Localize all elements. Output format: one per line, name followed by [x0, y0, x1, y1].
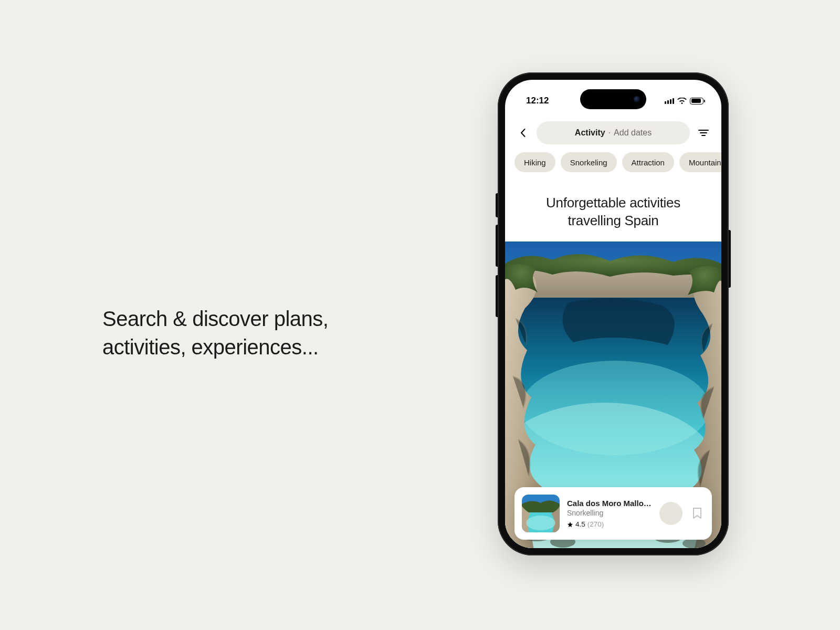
chevron-left-icon	[520, 129, 526, 137]
marketing-copy: Search & discover plans, activities, exp…	[102, 304, 328, 361]
rating-value: 4.5	[575, 520, 585, 528]
cellular-signal-icon	[665, 98, 674, 104]
wifi-icon	[677, 98, 687, 104]
chip-hiking[interactable]: Hiking	[514, 152, 555, 172]
filter-button[interactable]	[695, 124, 712, 141]
save-button[interactable]	[690, 506, 705, 521]
top-bar: Activity · Add dates	[505, 118, 721, 148]
card-rating: 4.5 (270)	[567, 520, 652, 528]
chip-snorkeling[interactable]: Snorkeling	[561, 152, 617, 172]
bookmark-icon	[692, 508, 702, 519]
camera-dot	[634, 96, 640, 102]
back-button[interactable]	[514, 124, 531, 141]
section-heading: Unforgettable activities travelling Spai…	[505, 194, 721, 230]
card-body: Cala dos Moro Mallorca Snorkelling 4.5 (…	[567, 499, 652, 528]
marketing-headline: Search & discover plans, activities, exp…	[102, 304, 328, 361]
dynamic-island	[580, 89, 646, 109]
search-hint: Add dates	[614, 128, 652, 138]
status-time: 12:12	[526, 96, 549, 106]
chip-attraction[interactable]: Attraction	[622, 152, 674, 172]
search-label: Activity	[575, 128, 605, 138]
phone-frame: 12:12 Activity · Add dates	[498, 72, 729, 555]
rating-count: (270)	[587, 520, 604, 528]
filter-icon	[698, 129, 709, 137]
card-category: Snorkelling	[567, 509, 652, 517]
search-pill[interactable]: Activity · Add dates	[537, 121, 690, 144]
activity-card[interactable]: Cala dos Moro Mallorca Snorkelling 4.5 (…	[514, 487, 712, 540]
star-icon	[567, 521, 573, 528]
svg-point-13	[526, 516, 555, 530]
host-avatar	[659, 502, 682, 525]
category-chips: Hiking Snorkeling Attraction Mountain Bi	[505, 152, 721, 177]
battery-icon	[690, 98, 704, 104]
status-indicators	[665, 98, 704, 104]
phone-screen: 12:12 Activity · Add dates	[505, 80, 721, 548]
chip-mountain-biking[interactable]: Mountain Bi	[679, 152, 721, 172]
card-thumbnail	[522, 495, 560, 532]
card-title: Cala dos Moro Mallorca	[567, 499, 652, 508]
